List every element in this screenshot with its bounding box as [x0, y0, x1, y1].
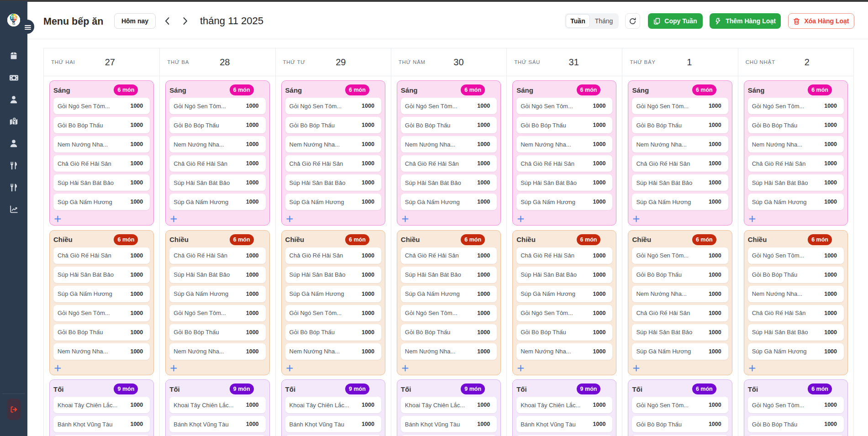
svg-text:TS: TS — [11, 15, 17, 20]
svg-text:T&S: T&S — [12, 23, 16, 25]
